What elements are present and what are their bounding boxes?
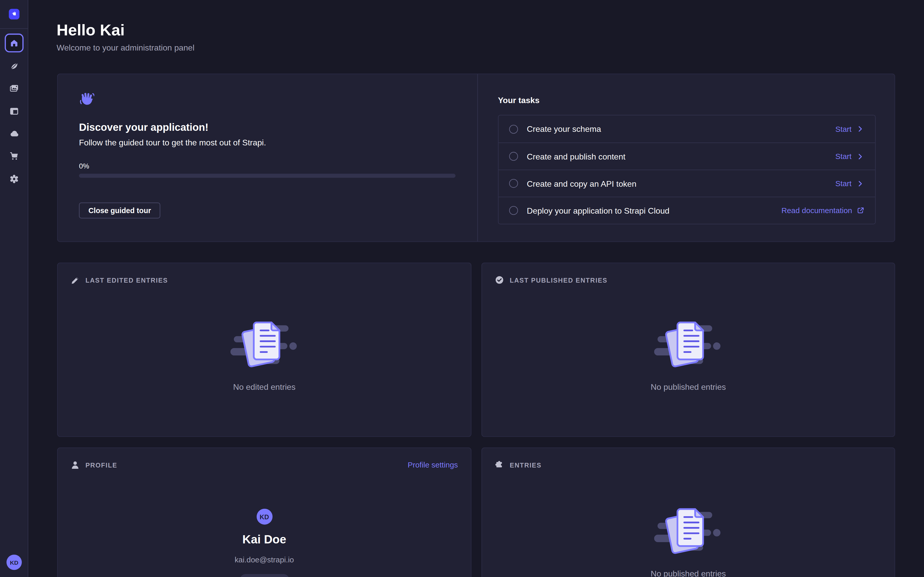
empty-state-text: No published entries (482, 569, 895, 577)
sidebar-item-deploy[interactable] (5, 124, 23, 143)
task-row-create-schema: Create your schema Start (498, 115, 875, 143)
your-tasks-section: Your tasks Create your schema Start Crea… (498, 95, 876, 224)
widget-title: LAST EDITED ENTRIES (86, 276, 168, 284)
task-start-link[interactable]: Start (835, 179, 865, 188)
sidebar-item-marketplace[interactable] (5, 147, 23, 165)
sidebar-item-settings[interactable] (5, 169, 23, 188)
chevron-right-icon (856, 125, 864, 133)
pencil-icon (71, 276, 79, 284)
empty-state-text: No published entries (482, 382, 895, 391)
entries-card: ENTRIES No published entries (481, 448, 895, 577)
task-row-deploy-cloud: Deploy your application to Strapi Cloud … (498, 197, 875, 224)
read-documentation-link[interactable]: Read documentation (781, 206, 864, 215)
guided-tour-panel: Discover your application! Follow the gu… (57, 74, 895, 242)
profile-role-badge (239, 574, 289, 577)
task-label: Create and publish content (527, 152, 835, 161)
cart-icon (10, 151, 19, 161)
task-action-label: Start (835, 179, 851, 188)
empty-state-text: No edited entries (58, 382, 471, 391)
last-edited-entries-card: LAST EDITED ENTRIES No edited entries (57, 263, 472, 437)
home-icon (10, 38, 19, 48)
sidebar-item-home[interactable] (5, 34, 23, 52)
task-status-circle (509, 152, 518, 161)
widget-title: LAST PUBLISHED ENTRIES (510, 276, 607, 284)
puzzle-icon (495, 460, 504, 469)
layout-icon (10, 107, 19, 116)
tasks-list: Create your schema Start Create and publ… (498, 115, 876, 224)
profile-email: kai.doe@strapi.io (58, 555, 471, 564)
widget-header: ENTRIES (482, 448, 895, 469)
widget-header: LAST PUBLISHED ENTRIES (482, 263, 895, 284)
task-action-label: Start (835, 152, 851, 161)
empty-documents-illustration (654, 317, 722, 374)
cloud-icon (9, 129, 19, 139)
task-label: Create your schema (527, 124, 835, 134)
task-action-label: Read documentation (781, 206, 852, 215)
task-label: Deploy your application to Strapi Cloud (527, 206, 782, 215)
tasks-title: Your tasks (498, 95, 876, 105)
widget-header: LAST EDITED ENTRIES (58, 263, 471, 284)
widget-header: PROFILE Profile settings (58, 448, 471, 469)
task-row-publish-content: Create and publish content Start (498, 143, 875, 170)
close-guided-tour-button[interactable]: Close guided tour (79, 203, 160, 219)
chevron-right-icon (856, 152, 864, 160)
empty-documents-illustration (230, 317, 299, 374)
widget-title: PROFILE (86, 461, 117, 469)
sidebar-item-content-type-builder[interactable] (5, 102, 23, 121)
guided-tour-intro: Discover your application! Follow the gu… (58, 74, 477, 241)
task-row-api-token: Create and copy an API token Start (498, 169, 875, 197)
task-start-link[interactable]: Start (835, 152, 865, 161)
gear-icon (10, 174, 19, 184)
media-library-icon (10, 84, 19, 93)
strapi-admin-dashboard: KD Hello Kai Welcome to your administrat… (0, 0, 924, 577)
task-start-link[interactable]: Start (835, 125, 865, 133)
task-status-circle (509, 125, 518, 133)
strapi-logo-icon (10, 10, 18, 18)
widget-title: ENTRIES (510, 461, 541, 469)
profile-settings-link[interactable]: Profile settings (407, 460, 458, 469)
check-circle-icon (495, 276, 504, 284)
profile-avatar: KD (257, 509, 272, 525)
waving-hand-icon (79, 92, 94, 107)
task-action-label: Start (835, 125, 851, 133)
profile-card: PROFILE Profile settings KD Kai Doe kai.… (57, 448, 472, 577)
progress-label: 0% (79, 162, 89, 170)
guided-tour-subtitle: Follow the guided tour to get the most o… (79, 138, 266, 147)
progress-bar (79, 174, 456, 178)
sidebar: KD (0, 0, 28, 577)
chevron-right-icon (856, 179, 864, 187)
page-title: Hello Kai (57, 21, 124, 39)
task-label: Create and copy an API token (527, 179, 835, 188)
feather-icon (10, 61, 19, 71)
last-published-entries-card: LAST PUBLISHED ENTRIES No published entr… (481, 263, 895, 437)
user-avatar[interactable]: KD (6, 555, 22, 570)
hero-divider (477, 74, 478, 241)
sidebar-item-content-manager[interactable] (5, 56, 23, 75)
task-status-circle (509, 179, 518, 188)
external-link-icon (857, 207, 864, 214)
person-icon (71, 460, 79, 469)
sidebar-divider (0, 28, 28, 29)
task-status-circle (509, 206, 518, 215)
empty-documents-illustration (654, 503, 722, 560)
sidebar-item-media-library[interactable] (5, 79, 23, 98)
page-subtitle: Welcome to your administration panel (57, 43, 194, 53)
profile-name: Kai Doe (58, 533, 471, 546)
guided-tour-title: Discover your application! (79, 121, 209, 134)
strapi-logo[interactable] (9, 9, 19, 19)
